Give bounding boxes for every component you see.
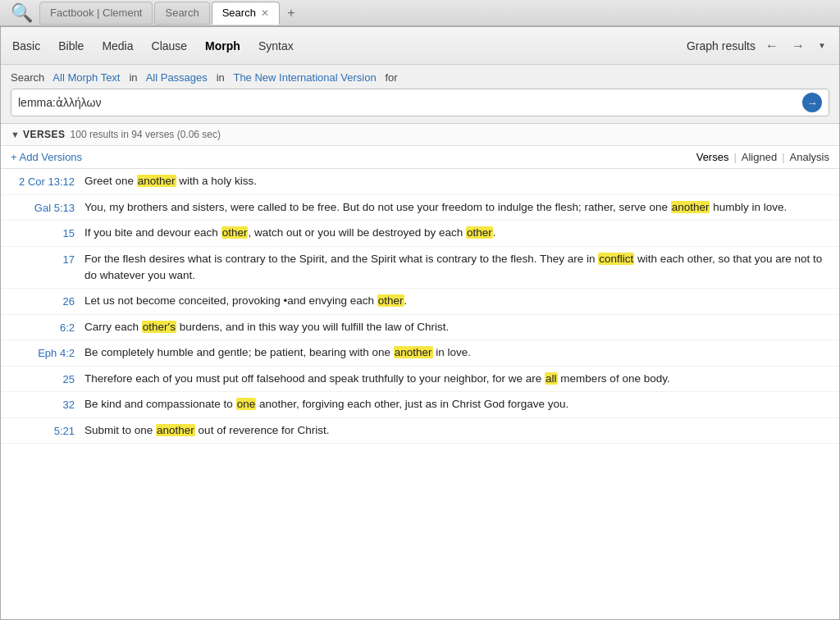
verse-reference[interactable]: 2 Cor 13:12 xyxy=(11,173,84,190)
table-row: Eph 4:2Be completely humble and gentle; … xyxy=(1,340,839,367)
view-aligned[interactable]: Aligned xyxy=(742,151,777,163)
highlighted-word: another xyxy=(156,424,195,436)
verse-text: Therefore each of you must put off false… xyxy=(84,371,829,388)
highlighted-word: one xyxy=(236,398,257,410)
for-label: for xyxy=(385,71,397,84)
highlighted-word: another xyxy=(671,201,710,213)
verses-toolbar: + Add Versions Verses | Aligned | Analys… xyxy=(1,146,839,169)
results-section-label: VERSES xyxy=(23,129,66,140)
table-row: 26Let us not become conceited, provoking… xyxy=(1,289,839,315)
tab-search2[interactable]: Search ✕ xyxy=(212,2,280,25)
tab-add-button[interactable]: + xyxy=(281,3,301,23)
highlighted-word: another xyxy=(394,346,433,358)
verse-text: Greet one another with a holy kiss. xyxy=(84,173,829,190)
verses-container: 2 Cor 13:12Greet one another with a holy… xyxy=(1,169,839,444)
highlighted-word: other's xyxy=(142,321,176,333)
verse-text: You, my brothers and sisters, were calle… xyxy=(84,199,829,217)
tab-search1[interactable]: Search xyxy=(154,2,209,25)
nav-back-arrow[interactable]: ← xyxy=(762,36,782,56)
nav-clause[interactable]: Clause xyxy=(150,36,189,56)
verse-reference[interactable]: 5:21 xyxy=(11,422,84,440)
verse-text: Be completely humble and gentle; be pati… xyxy=(84,344,829,362)
nav-bible[interactable]: Bible xyxy=(57,36,85,56)
search-desc-prefix: Search xyxy=(11,71,44,84)
search-input[interactable] xyxy=(18,96,802,109)
verse-reference[interactable]: 25 xyxy=(11,371,84,388)
results-area: ▼ VERSES 100 results in 94 verses (0.06 … xyxy=(1,124,839,619)
results-count: 100 results in 94 verses (0.06 sec) xyxy=(71,129,221,140)
graph-results-button[interactable]: Graph results xyxy=(687,39,756,52)
verse-text: Be kind and compassionate to one another… xyxy=(84,396,829,413)
main-container: Basic Bible Media Clause Morph Syntax Gr… xyxy=(0,26,840,620)
results-header: ▼ VERSES 100 results in 94 verses (0.06 … xyxy=(1,124,839,146)
highlighted-word: other xyxy=(466,226,493,239)
tab-search2-close[interactable]: ✕ xyxy=(261,7,269,19)
nav-dropdown-arrow[interactable]: ▼ xyxy=(815,36,829,56)
verse-text: Let us not become conceited, provoking •… xyxy=(84,293,829,310)
nav-forward-arrow[interactable]: → xyxy=(788,36,808,56)
highlighted-word: another xyxy=(137,175,176,187)
toolbar-right: Graph results ← → ▼ xyxy=(687,36,829,56)
verse-reference[interactable]: 32 xyxy=(11,396,84,413)
morph-text-link[interactable]: All Morph Text xyxy=(52,71,120,84)
verse-text: For the flesh desires what is contrary t… xyxy=(84,251,829,285)
view-analysis[interactable]: Analysis xyxy=(790,151,829,163)
passages-link[interactable]: All Passages xyxy=(146,71,208,84)
table-row: 15If you bite and devour each other, wat… xyxy=(1,221,839,247)
search-icon: 🔍 xyxy=(11,2,33,24)
nav-basic[interactable]: Basic xyxy=(11,36,42,56)
nav-media[interactable]: Media xyxy=(100,36,135,56)
search-input-row: → xyxy=(11,89,829,116)
tab-search1-label: Search xyxy=(165,7,199,19)
verse-reference[interactable]: 17 xyxy=(11,251,84,285)
in-label2: in xyxy=(217,71,225,84)
tab-factbook[interactable]: Factbook | Clement xyxy=(39,2,153,25)
view-verses[interactable]: Verses xyxy=(696,151,729,163)
verse-reference[interactable]: 6:2 xyxy=(11,319,84,336)
table-row: Gal 5:13You, my brothers and sisters, we… xyxy=(1,195,839,221)
table-row: 6:2Carry each other's burdens, and in th… xyxy=(1,315,839,341)
verse-reference[interactable]: 15 xyxy=(11,225,84,242)
toolbar-nav: Basic Bible Media Clause Morph Syntax xyxy=(11,36,687,56)
verse-reference[interactable]: 26 xyxy=(11,293,84,310)
in-label: in xyxy=(129,71,137,84)
verse-text: If you bite and devour each other, watch… xyxy=(84,225,829,242)
table-row: 5:21Submit to one another out of reveren… xyxy=(1,418,839,444)
highlighted-word: other xyxy=(221,226,249,239)
table-row: 2 Cor 13:12Greet one another with a holy… xyxy=(1,169,839,195)
results-toggle[interactable]: ▼ xyxy=(11,130,20,139)
tab-factbook-label: Factbook | Clement xyxy=(50,7,142,19)
verse-text: Carry each other's burdens, and in this … xyxy=(84,319,829,336)
highlighted-word: other xyxy=(377,294,404,307)
versions-right: Verses | Aligned | Analysis xyxy=(696,151,829,163)
tab-search2-label: Search xyxy=(222,7,256,19)
highlighted-word: all xyxy=(545,372,558,385)
search-submit-button[interactable]: → xyxy=(802,93,822,112)
table-row: 17For the flesh desires what is contrary… xyxy=(1,247,839,289)
add-versions-link[interactable]: + Add Versions xyxy=(11,151,82,163)
table-row: 32Be kind and compassionate to one anoth… xyxy=(1,392,839,418)
verse-text: Submit to one another out of reverence f… xyxy=(84,422,829,440)
search-icon-area: 🔍 xyxy=(3,2,39,24)
toolbar: Basic Bible Media Clause Morph Syntax Gr… xyxy=(1,27,839,65)
search-bar: Search All Morph Text in All Passages in… xyxy=(1,65,839,124)
highlighted-word: conflict xyxy=(598,253,634,265)
nav-syntax[interactable]: Syntax xyxy=(257,36,295,56)
search-description: Search All Morph Text in All Passages in… xyxy=(11,71,829,84)
nav-morph[interactable]: Morph xyxy=(203,36,242,56)
verse-reference[interactable]: Eph 4:2 xyxy=(11,344,84,362)
verse-reference[interactable]: Gal 5:13 xyxy=(11,199,84,217)
version-link[interactable]: The New International Version xyxy=(233,71,376,84)
tab-bar: 🔍 Factbook | Clement Search Search ✕ + xyxy=(0,0,840,26)
table-row: 25Therefore each of you must put off fal… xyxy=(1,367,839,393)
